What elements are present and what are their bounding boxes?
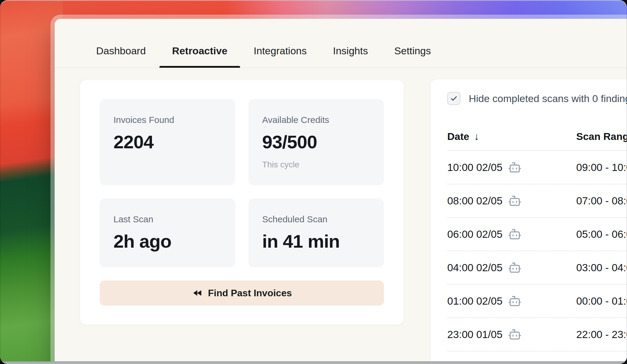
bot-icon bbox=[508, 261, 522, 274]
column-header-range[interactable]: Scan Range bbox=[576, 131, 627, 142]
desktop-wallpaper-left-band bbox=[0, 0, 63, 364]
table-row[interactable]: 01:00 02/05 00:00 - 01:00 bbox=[447, 285, 627, 318]
row-date-cell: 10:00 02/05 bbox=[447, 161, 576, 174]
row-date: 10:00 02/05 bbox=[447, 161, 502, 173]
stats-tiles: Invoices Found 2204 Available Credits 93… bbox=[100, 99, 384, 267]
tab-label: Integrations bbox=[254, 45, 307, 57]
tab-bar: DashboardRetroactiveIntegrationsInsights… bbox=[55, 19, 627, 68]
stats-card: Invoices Found 2204 Available Credits 93… bbox=[80, 80, 404, 325]
bot-icon bbox=[508, 194, 522, 208]
stat-label: Invoices Found bbox=[113, 115, 222, 125]
table-row[interactable]: 08:00 02/05 07:00 - 08:00 bbox=[447, 184, 627, 218]
stat-value: in 41 min bbox=[262, 231, 370, 252]
stat-label: Last Scan bbox=[113, 214, 222, 225]
tile-scheduled-scan: Scheduled Scan in 41 min bbox=[248, 198, 384, 267]
table-header-row: Date ↓ Scan Range bbox=[447, 122, 627, 151]
stat-label: Scheduled Scan bbox=[262, 214, 370, 225]
stat-label: Available Credits bbox=[262, 115, 370, 125]
app-window: DashboardRetroactiveIntegrationsInsights… bbox=[55, 19, 627, 364]
bot-icon bbox=[508, 294, 522, 308]
table-row[interactable]: 10:00 02/05 09:00 - 10:00 bbox=[447, 151, 627, 184]
column-header-date[interactable]: Date ↓ bbox=[447, 131, 576, 142]
row-date-cell: 01:00 02/05 bbox=[447, 294, 576, 308]
bot-icon bbox=[508, 328, 522, 341]
tab-dashboard[interactable]: Dashboard bbox=[83, 34, 159, 68]
bot-icon bbox=[508, 227, 522, 241]
row-date: 08:00 02/05 bbox=[447, 195, 502, 207]
stat-value: 2204 bbox=[113, 131, 222, 152]
column-header-date-label: Date bbox=[447, 131, 469, 142]
row-date: 06:00 02/05 bbox=[447, 228, 502, 240]
find-past-invoices-label: Find Past Invoices bbox=[208, 288, 292, 299]
row-date: 01:00 02/05 bbox=[447, 295, 502, 307]
find-past-invoices-button[interactable]: Find Past Invoices bbox=[100, 280, 384, 306]
filter-row: Hide completed scans with 0 findings bbox=[431, 79, 627, 105]
sort-descending-icon: ↓ bbox=[474, 131, 479, 142]
checkmark-icon bbox=[450, 94, 458, 103]
tab-settings[interactable]: Settings bbox=[381, 34, 444, 68]
row-date: 04:00 02/05 bbox=[447, 262, 502, 274]
filter-label: Hide completed scans with 0 findings bbox=[469, 93, 627, 104]
row-scan-range: 07:00 - 08:00 bbox=[576, 195, 627, 207]
table-row[interactable]: 04:00 02/05 03:00 - 04:00 bbox=[447, 251, 627, 285]
tab-label: Retroactive bbox=[172, 45, 227, 57]
scans-card: Hide completed scans with 0 findings Dat… bbox=[430, 79, 627, 364]
table-body: 10:00 02/05 09:00 - 10:00 08:00 02/05 07… bbox=[447, 151, 627, 364]
row-scan-range: 03:00 - 04:00 bbox=[576, 262, 627, 274]
tab-retroactive[interactable]: Retroactive bbox=[159, 34, 240, 68]
row-date-cell: 23:00 01/05 bbox=[447, 328, 576, 341]
bot-icon bbox=[508, 161, 522, 174]
row-date-cell: 08:00 02/05 bbox=[447, 194, 576, 208]
tile-available-credits: Available Credits 93/500 This cycle bbox=[248, 99, 384, 185]
tab-label: Settings bbox=[394, 45, 431, 57]
screen: DashboardRetroactiveIntegrationsInsights… bbox=[0, 0, 627, 364]
rewind-icon bbox=[192, 288, 202, 298]
table-row[interactable]: 23:00 01/05 22:00 - 23:00 bbox=[447, 318, 627, 351]
tab-insights[interactable]: Insights bbox=[320, 34, 381, 68]
row-scan-range: 09:00 - 10:00 bbox=[576, 161, 627, 173]
screen-bottom-edge bbox=[0, 361, 627, 364]
tab-label: Dashboard bbox=[96, 45, 146, 57]
row-date: 23:00 01/05 bbox=[447, 328, 502, 340]
row-date-cell: 06:00 02/05 bbox=[447, 227, 576, 241]
tile-last-scan: Last Scan 2h ago bbox=[100, 198, 235, 267]
column-header-range-label: Scan Range bbox=[576, 131, 627, 142]
row-date-cell: 04:00 02/05 bbox=[447, 261, 576, 274]
tab-label: Insights bbox=[333, 45, 368, 57]
tile-invoices-found: Invoices Found 2204 bbox=[100, 99, 235, 185]
row-scan-range: 05:00 - 06:00 bbox=[576, 228, 627, 240]
row-scan-range: 00:00 - 01:00 bbox=[576, 295, 627, 307]
table-row[interactable]: 06:00 02/05 05:00 - 06:00 bbox=[447, 218, 627, 251]
main-content: Invoices Found 2204 Available Credits 93… bbox=[55, 68, 627, 364]
row-scan-range: 22:00 - 23:00 bbox=[576, 328, 627, 340]
hide-completed-checkbox[interactable] bbox=[447, 92, 460, 105]
scans-table: Date ↓ Scan Range 10:00 02/05 09:00 - 10… bbox=[431, 122, 627, 364]
stat-value: 93/500 bbox=[262, 131, 370, 152]
stat-subtext: This cycle bbox=[262, 160, 370, 170]
stat-value: 2h ago bbox=[113, 231, 222, 252]
tab-integrations[interactable]: Integrations bbox=[241, 34, 320, 68]
